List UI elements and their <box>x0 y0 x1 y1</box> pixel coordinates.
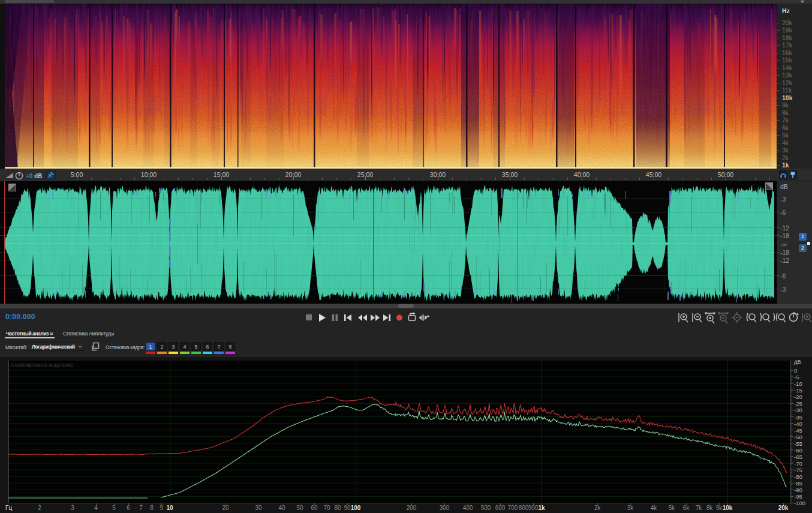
svg-text:dB: dB <box>34 173 42 179</box>
svg-text:+0: +0 <box>26 173 33 179</box>
